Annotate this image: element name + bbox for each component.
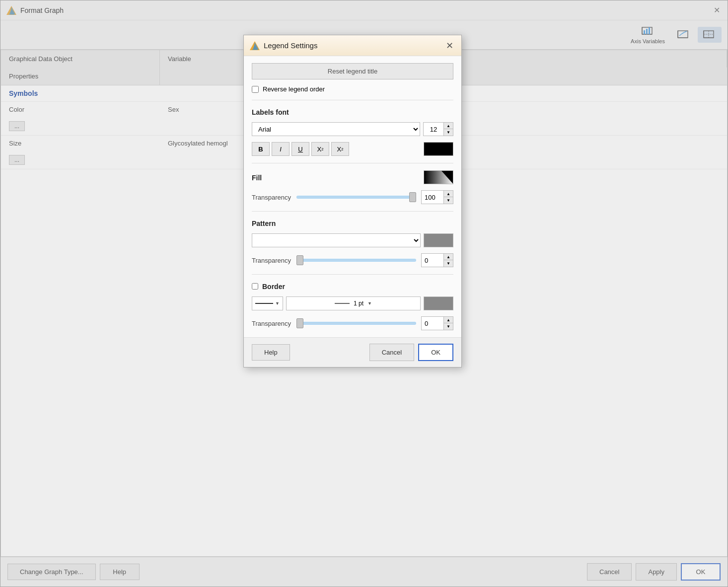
reset-legend-title-button[interactable]: Reset legend title (252, 63, 453, 79)
border-weight-dropdown-arrow: ▼ (367, 301, 372, 306)
pattern-transparency-down-btn[interactable]: ▼ (444, 260, 453, 267)
border-transparency-spinner-btns: ▲ ▼ (443, 317, 453, 330)
dialog-titlebar: Legend Settings ✕ (244, 35, 461, 56)
pattern-transparency-row: Transparency ▲ ▼ (252, 253, 453, 267)
border-transparency-thumb[interactable] (296, 318, 303, 328)
pattern-transparency-input[interactable] (422, 255, 443, 266)
border-checkbox-row: Border (252, 282, 453, 291)
fill-transparency-up-btn[interactable]: ▲ (444, 191, 453, 197)
border-weight-select[interactable]: 1 pt ▼ (286, 296, 421, 310)
divider-1 (252, 100, 453, 100)
dialog-cancel-button[interactable]: Cancel (369, 344, 414, 361)
format-buttons-row: B I U X2 X2 (252, 142, 453, 156)
fill-transparency-spinner-btns: ▲ ▼ (443, 191, 453, 204)
fill-section-title: Fill (252, 174, 262, 182)
border-style-dropdown-arrow: ▼ (275, 301, 280, 306)
border-transparency-slider[interactable] (296, 322, 416, 325)
bold-button[interactable]: B (252, 142, 270, 156)
dialog-title-text: Legend Settings (264, 41, 317, 50)
border-options-row: ▼ 1 pt ▼ (252, 296, 453, 310)
underline-button[interactable]: U (291, 142, 309, 156)
pattern-transparency-up-btn[interactable]: ▲ (444, 254, 453, 260)
font-size-input[interactable] (424, 124, 443, 135)
font-name-select[interactable]: Arial (252, 122, 420, 136)
border-weight-label: 1 pt (354, 300, 364, 307)
dialog-ok-button[interactable]: OK (418, 344, 453, 361)
pattern-row (252, 233, 453, 247)
fill-transparency-slider[interactable] (296, 196, 416, 199)
border-transparency-spinner: ▲ ▼ (421, 316, 453, 330)
border-transparency-down-btn[interactable]: ▼ (444, 323, 453, 330)
pattern-select[interactable] (252, 233, 421, 247)
pattern-transparency-slider[interactable] (296, 259, 416, 262)
fill-color-swatch[interactable] (424, 170, 453, 184)
legend-settings-dialog: Legend Settings ✕ Reset legend title Rev… (243, 35, 462, 367)
reverse-legend-order-row: Reverse legend order (252, 85, 453, 93)
font-selection-row: Arial ▲ ▼ (252, 122, 453, 136)
border-checkbox[interactable] (252, 283, 258, 290)
divider-4 (252, 274, 453, 275)
fill-transparency-thumb[interactable] (409, 192, 416, 202)
pattern-transparency-spinner: ▲ ▼ (421, 253, 453, 267)
pattern-color-swatch[interactable] (424, 233, 453, 247)
reverse-legend-order-label: Reverse legend order (263, 85, 325, 93)
border-transparency-row: Transparency ▲ ▼ (252, 316, 453, 330)
reverse-legend-order-checkbox[interactable] (252, 86, 259, 93)
fill-section-row: Fill (252, 170, 453, 184)
border-transparency-up-btn[interactable]: ▲ (444, 317, 453, 323)
dialog-logo-icon (250, 41, 260, 50)
font-size-spinner: ▲ ▼ (423, 122, 453, 136)
dialog-footer: Help Cancel OK (244, 337, 461, 367)
fill-transparency-down-btn[interactable]: ▼ (444, 197, 453, 204)
labels-font-section-title: Labels font (252, 108, 453, 116)
divider-2 (252, 163, 453, 163)
dialog-footer-right-buttons: Cancel OK (369, 344, 453, 361)
fill-transparency-input[interactable] (422, 192, 443, 203)
dialog-body: Reset legend title Reverse legend order … (244, 56, 461, 337)
italic-button[interactable]: I (272, 142, 290, 156)
font-size-up-button[interactable]: ▲ (444, 123, 453, 129)
font-size-down-button[interactable]: ▼ (444, 129, 453, 136)
border-color-swatch[interactable] (424, 296, 453, 310)
divider-3 (252, 211, 453, 212)
pattern-transparency-thumb[interactable] (296, 255, 303, 265)
border-transparency-label: Transparency (252, 320, 291, 327)
subscript-button[interactable]: X2 (331, 142, 349, 156)
superscript-button[interactable]: X2 (311, 142, 329, 156)
border-section-title: Border (262, 283, 285, 291)
dialog-title-left: Legend Settings (250, 41, 317, 50)
pattern-section-title: Pattern (252, 220, 453, 227)
border-transparency-input[interactable] (422, 318, 443, 329)
pattern-transparency-spinner-btns: ▲ ▼ (443, 254, 453, 267)
dialog-close-button[interactable]: ✕ (443, 40, 455, 52)
fill-transparency-row: Transparency ▲ ▼ (252, 190, 453, 204)
border-style-select[interactable]: ▼ (252, 296, 283, 310)
fill-transparency-spinner: ▲ ▼ (421, 190, 453, 204)
pattern-transparency-label: Transparency (252, 257, 291, 264)
dialog-help-button[interactable]: Help (252, 344, 290, 361)
fill-transparency-label: Transparency (252, 194, 291, 201)
font-color-swatch[interactable] (424, 142, 453, 156)
font-size-spinner-buttons: ▲ ▼ (443, 123, 453, 136)
